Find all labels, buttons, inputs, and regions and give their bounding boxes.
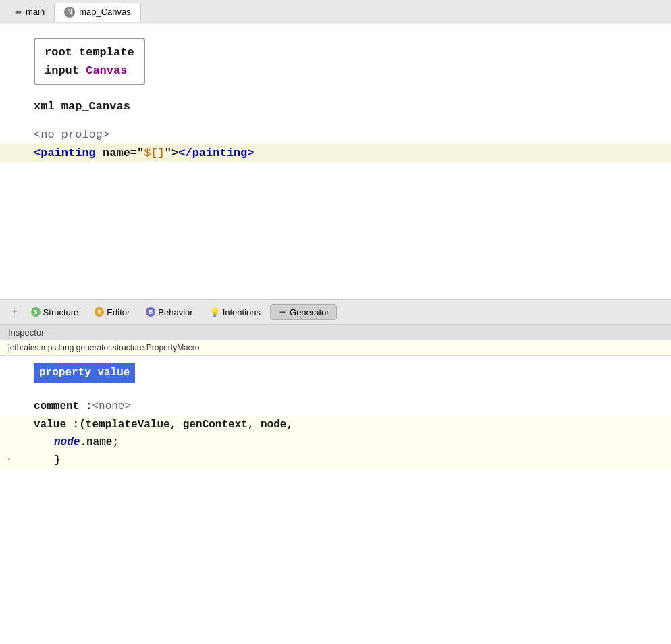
tab-main[interactable]: ➡ main	[5, 3, 54, 22]
xml-declaration-line: xml map_Canvas	[34, 97, 657, 115]
tab-main-label: main	[26, 7, 45, 17]
input-keyword: input	[45, 64, 86, 77]
inspector-title: Inspector	[8, 327, 44, 338]
painting-open-tag: <painting	[34, 144, 96, 162]
code-box-line: root template input Canvas	[34, 38, 657, 90]
inspector-body[interactable]: property value comment : <none> ▿ value …	[0, 356, 671, 644]
tab-map-canvas[interactable]: N map_Canvas	[54, 3, 141, 22]
e-icon: E	[95, 307, 104, 317]
code-editor[interactable]: root template input Canvas xml map_Canva…	[0, 24, 671, 299]
intentions-label: Intentions	[223, 307, 261, 317]
behavior-tab-button[interactable]: B Behavior	[139, 305, 199, 319]
editor-label: Editor	[107, 307, 130, 317]
bulb-icon: 💡	[209, 306, 220, 317]
node-italic-text: node	[54, 433, 80, 451]
quote-close: ">	[165, 144, 178, 162]
no-prolog-text: <no prolog>	[34, 126, 109, 144]
comment-row: comment : <none>	[34, 398, 657, 415]
add-tab-button[interactable]: +	[7, 306, 22, 318]
editor-area: root template input Canvas xml map_Canva…	[0, 24, 671, 299]
generator-tab-button[interactable]: ➡ Generator	[270, 304, 337, 320]
generator-label: Generator	[290, 307, 329, 317]
value-row[interactable]: ▿ value : (templateValue, genContext, no…	[0, 416, 671, 433]
painting-close-tag: </painting>	[178, 144, 254, 162]
property-value-label: property value	[34, 363, 135, 383]
bottom-toolbar: + S Structure E Editor B Behavior 💡 Inte…	[0, 299, 671, 325]
editor-tab-button[interactable]: E Editor	[88, 305, 136, 319]
property-value-row: property value	[34, 363, 657, 390]
root-template-text: root template	[45, 46, 134, 59]
closing-brace-row: ▿ }	[0, 452, 671, 469]
dot-name-text: .name;	[80, 433, 119, 451]
intentions-tab-button[interactable]: 💡 Intentions	[203, 304, 267, 319]
tab-map-canvas-label: map_Canvas	[79, 7, 131, 17]
root-template-box: root template input Canvas	[34, 38, 145, 85]
structure-tab-button[interactable]: S Structure	[24, 305, 86, 319]
value-code-start: (templateValue, genContext, node,	[79, 416, 293, 433]
map-canvas-name: map_Canvas	[61, 97, 130, 115]
xml-keyword: xml	[34, 97, 61, 115]
arrow-right-icon: ➡	[15, 7, 22, 17]
comment-keyword: comment	[34, 398, 79, 415]
comment-colon: :	[79, 398, 92, 415]
value-keyword: value	[34, 416, 66, 433]
no-prolog-line: <no prolog>	[34, 126, 657, 144]
behavior-label: Behavior	[158, 307, 192, 317]
s-icon: S	[31, 307, 41, 317]
node-name-row[interactable]: 💡 node .name;	[0, 433, 671, 451]
structure-label: Structure	[43, 307, 79, 317]
comment-value: <none>	[92, 398, 131, 415]
closing-brace: }	[54, 452, 61, 469]
inspector-path: jetbrains.mps.lang.generator.structure.P…	[0, 340, 671, 356]
gen-arrow-icon: ➡	[277, 307, 287, 317]
b-icon: B	[146, 307, 155, 317]
canvas-type: Canvas	[86, 64, 127, 77]
name-attr: name="	[96, 144, 144, 162]
fold-icon[interactable]: ▿	[7, 454, 11, 467]
inspector-path-text: jetbrains.mps.lang.generator.structure.P…	[8, 343, 199, 352]
painting-line[interactable]: <painting name=" $[] "> </painting>	[0, 144, 671, 162]
dollar-bracket-expr: $[]	[144, 144, 165, 162]
value-colon: :	[66, 416, 79, 433]
inspector-header: Inspector	[0, 325, 671, 340]
n-circle-icon: N	[64, 7, 75, 18]
tab-bar: ➡ main N map_Canvas	[0, 0, 671, 24]
